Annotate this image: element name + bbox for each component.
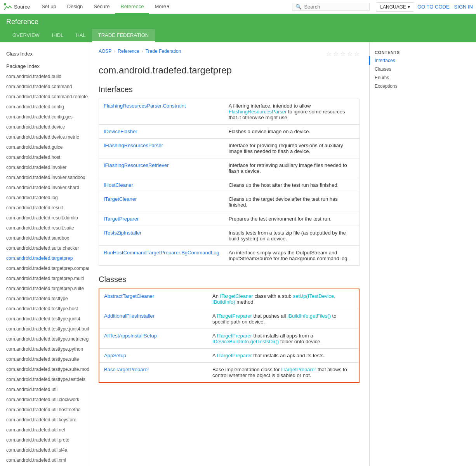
inline-link[interactable]: FlashingResourcesParser [229, 109, 287, 115]
sidebar-item-device-metric[interactable]: com.android.tradefed.device.metric [0, 132, 89, 142]
tab-trade-federation[interactable]: TRADE FEDERATION [92, 29, 155, 42]
interface-link-itargetcleaner[interactable]: ITargetCleaner [104, 196, 137, 202]
sidebar-item-util-hostmetric[interactable]: com.android.tradefed.util.hostmetric [0, 405, 89, 415]
star-4[interactable]: ☆ [347, 50, 353, 57]
sidebar-item-command[interactable]: com.android.tradefed.command [0, 82, 89, 92]
interface-link-iflashingresourcesretriever[interactable]: IFlashingResourcesRetriever [104, 162, 169, 168]
sidebar-item-util-xml[interactable]: com.android.tradefed.util.xml [0, 455, 89, 465]
sidebar-item-result-ddmlib[interactable]: com.android.tradefed.result.ddmlib [0, 213, 89, 223]
interface-link-ideviceflasher[interactable]: IDeviceFlasher [104, 129, 137, 134]
inline-link-itargetpreparer-4[interactable]: ITargetPreparer [217, 353, 252, 358]
tab-hal[interactable]: HAL [69, 29, 92, 42]
nav-reference[interactable]: Reference [115, 0, 149, 14]
sidebar-item-host[interactable]: com.android.tradefed.host [0, 152, 89, 162]
rating-stars[interactable]: ☆ ☆ ☆ ☆ ☆ [326, 50, 360, 57]
sidebar-item-testtype-suite[interactable]: com.android.tradefed.testtype.suite [0, 354, 89, 364]
interface-link-flashingresourcesparser-constraint[interactable]: FlashingResourcesParser.Constraint [104, 103, 186, 109]
table-row: ITargetCleaner Cleans up the target devi… [99, 192, 360, 212]
class-link-basetargetpreparer[interactable]: BaseTargetPreparer [104, 367, 149, 372]
interface-link-itargetpreparer[interactable]: ITargetPreparer [104, 216, 139, 222]
sidebar-item-targetprep-companion[interactable]: com.android.tradefed.targetprep.companio… [0, 263, 89, 273]
sidebar-item-util-clockwork[interactable]: com.android.tradefed.util.clockwork [0, 395, 89, 405]
nav-more[interactable]: More ▾ [149, 0, 175, 14]
sidebar-item-util[interactable]: com.android.tradefed.util [0, 384, 89, 395]
nav-design[interactable]: Design [62, 0, 88, 14]
sidebar-item-util-net[interactable]: com.android.tradefed.util.net [0, 425, 89, 435]
toc-item-exceptions[interactable]: Exceptions [369, 82, 423, 90]
language-button[interactable]: LANGUAGE ▾ [376, 2, 414, 12]
star-5[interactable]: ☆ [354, 50, 360, 57]
search-input[interactable] [304, 4, 362, 10]
star-2[interactable]: ☆ [333, 50, 339, 57]
interface-link-iflashingresourcesparser[interactable]: IFlashingResourcesParser [104, 143, 163, 148]
sidebar-item-testtype-junit4-builder[interactable]: com.android.tradefed.testtype.junit4.bui… [0, 324, 89, 334]
sidebar-item-invoker-shard[interactable]: com.android.tradefed.invoker.shard [0, 183, 89, 193]
star-3[interactable]: ☆ [340, 50, 346, 57]
search-box[interactable]: 🔍 [292, 3, 370, 11]
sidebar-item-class-index[interactable]: Class Index [0, 47, 89, 59]
sidebar-item-testtype-junit4[interactable]: com.android.tradefed.testtype.junit4 [0, 314, 89, 324]
sidebar-item-suite-checker[interactable]: com.android.tradefed.suite.checker [0, 243, 89, 253]
inline-link-ibuildinfo-getfiles[interactable]: IBuildInfo.getFiles() [287, 313, 331, 319]
inline-link-itargetpreparer-2[interactable]: ITargetPreparer [217, 313, 252, 319]
toc-item-interfaces[interactable]: Interfaces [369, 56, 423, 65]
sidebar-item-sandbox[interactable]: com.android.tradefed.sandbox [0, 233, 89, 243]
svg-point-0 [4, 3, 6, 5]
sidebar-item-invoker-sandbox[interactable]: com.android.tradefed.invoker.sandbox [0, 172, 89, 183]
sidebar-item-package-index[interactable]: Package Index [0, 59, 89, 72]
inline-link-itargetpreparer-3[interactable]: ITargetPreparer [217, 333, 252, 339]
sidebar-item-config[interactable]: com.android.tradefed.config [0, 102, 89, 112]
sidebar-item-config-gcs[interactable]: com.android.tradefed.config.gcs [0, 112, 89, 122]
sidebar-item-guice[interactable]: com.android.tradefed.guice [0, 142, 89, 152]
sidebar-item-targetprep[interactable]: com.android.tradefed.targetprep [0, 253, 89, 263]
class-link-additionalfilesinstaller[interactable]: AdditionalFilesInstaller [104, 313, 155, 319]
toc-item-classes[interactable]: Classes [369, 65, 423, 73]
sidebar-item-testtype[interactable]: com.android.tradefed.testtype [0, 294, 89, 304]
inline-link-itargetpreparer-5[interactable]: ITargetPreparer [281, 367, 316, 372]
sidebar-item-testtype-python[interactable]: com.android.tradefed.testtype.python [0, 344, 89, 354]
tab-hidl[interactable]: HIDL [46, 29, 70, 42]
breadcrumb-aosp[interactable]: AOSP [99, 49, 111, 54]
class-link-abstracttargetcleaner[interactable]: AbstractTargetCleaner [104, 293, 154, 299]
sidebar-item-testtype-suite-module[interactable]: com.android.tradefed.testtype.suite.modu… [0, 364, 89, 374]
nav-secure[interactable]: Secure [88, 0, 115, 14]
sidebar-item-result-suite[interactable]: com.android.tradefed.result.suite [0, 223, 89, 233]
tab-overview[interactable]: OVERVIEW [6, 29, 46, 42]
sidebar-item-util-proto[interactable]: com.android.tradefed.util.proto [0, 435, 89, 445]
sidebar-item-util-sl4a[interactable]: com.android.tradefed.util.sl4a [0, 445, 89, 455]
sidebar-item-testtype-testdefs[interactable]: com.android.tradefed.testtype.testdefs [0, 374, 89, 384]
class-link-appsetup[interactable]: AppSetup [104, 353, 126, 358]
table-row: ITestsZipInstaller Installs tests from a… [99, 226, 360, 246]
sidebar-item-testtype-metricregression[interactable]: com.android.tradefed.testtype.metricregr… [0, 334, 89, 344]
interface-link-itestszipinstaller[interactable]: ITestsZipInstaller [104, 230, 142, 236]
sign-in-button[interactable]: SIGN IN [454, 4, 473, 10]
toc-item-enums[interactable]: Enums [369, 73, 423, 82]
sidebar-item-log[interactable]: com.android.tradefed.log [0, 193, 89, 203]
sidebar-item-util-keystore[interactable]: com.android.tradefed.util.keystore [0, 415, 89, 425]
sidebar-item-device[interactable]: com.android.tradefed.device [0, 122, 89, 132]
interfaces-heading: Interfaces [99, 85, 360, 94]
sidebar-item-build[interactable]: com.android.tradefed.build [0, 71, 89, 82]
breadcrumb-reference[interactable]: Reference [118, 49, 139, 54]
table-row: IFlashingResourcesParser Interface for p… [99, 139, 360, 158]
sidebar-item-command-remote[interactable]: com.android.tradefed.command.remote [0, 92, 89, 102]
go-to-code-button[interactable]: GO TO CODE [417, 4, 450, 10]
sidebar-item-targetprep-multi[interactable]: com.android.tradefed.targetprep.multi [0, 273, 89, 283]
sidebar-item-targetprep-suite[interactable]: com.android.tradefed.targetprep.suite [0, 283, 89, 294]
table-row: IHostCleaner Cleans up the host after th… [99, 178, 360, 192]
interface-link-runhostcommandtargetpreparer-bgcommandlog[interactable]: RunHostCommandTargetPreparer.BgCommandLo… [104, 250, 219, 256]
inline-link-idevicebuildinfo-gettestsdir[interactable]: IDeviceBuildInfo.getTestsDir() [212, 339, 279, 344]
interface-link-ihostcleaner[interactable]: IHostCleaner [104, 182, 133, 188]
sidebar-item-invoker[interactable]: com.android.tradefed.invoker [0, 162, 89, 172]
sidebar-item-result[interactable]: com.android.tradefed.result [0, 203, 89, 213]
class-link-alltestappsinstallsetup[interactable]: AllTestAppsInstallSetup [104, 333, 157, 339]
star-1[interactable]: ☆ [326, 50, 332, 57]
nav-setup[interactable]: Set up [36, 0, 62, 14]
breadcrumb-trade-federation[interactable]: Trade Federation [146, 49, 181, 54]
sidebar-item-testtype-host[interactable]: com.android.tradefed.testtype.host [0, 304, 89, 314]
inline-link-itargetcleaner[interactable]: ITargetCleaner [220, 293, 253, 299]
breadcrumb-sep-2: › [142, 49, 143, 54]
reference-title: Reference [6, 18, 470, 29]
table-row: RunHostCommandTargetPreparer.BgCommandLo… [99, 246, 360, 266]
logo[interactable]: Source [3, 2, 30, 12]
